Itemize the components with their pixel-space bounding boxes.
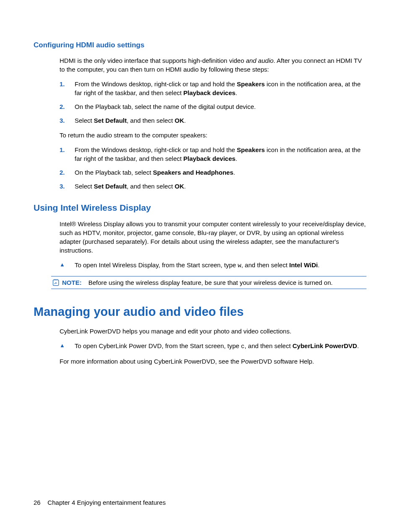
text-bold: Speakers — [237, 146, 265, 153]
list-body: Select Set Default, and then select OK. — [75, 116, 366, 125]
paragraph-powerdvd-outro: For more information about using CyberLi… — [60, 357, 366, 366]
paragraph-hdmi-return: To return the audio stream to the comput… — [60, 131, 366, 139]
text-bold: Playback devices — [183, 155, 235, 162]
text: From the Windows desktop, right-click or… — [75, 80, 237, 88]
text: On the Playback tab, select — [75, 169, 153, 176]
list-item: 3. Select Set Default, and then select O… — [60, 182, 366, 191]
text-bold: Intel WiDi — [289, 261, 318, 269]
note-box: NOTE:Before using the wireless display f… — [51, 276, 366, 289]
text: From the Windows desktop, right-click or… — [75, 146, 237, 153]
list-number: 1. — [60, 145, 75, 163]
list-number: 2. — [60, 168, 75, 177]
text: , and then select — [241, 261, 289, 269]
text: To open CyberLink Power DVD, from the St… — [75, 342, 241, 349]
triangle-bullet-icon: ▲ — [60, 341, 75, 351]
text-bold: Speakers — [237, 80, 265, 88]
text-bold: Playback devices — [183, 89, 235, 96]
chapter-title: Chapter 4 Enjoying entertainment feature… — [47, 499, 166, 506]
list-number: 3. — [60, 116, 75, 125]
text: Select — [75, 183, 94, 190]
list-body: On the Playback tab, select Speakers and… — [75, 168, 366, 177]
list-item: ▲ To open Intel Wireless Display, from t… — [60, 261, 366, 270]
text-bold: Set Default — [94, 117, 127, 124]
text: . — [357, 342, 359, 349]
page-number: 26 — [34, 499, 41, 506]
list-body: Select Set Default, and then select OK. — [75, 182, 366, 191]
bullet-list-powerdvd: ▲ To open CyberLink Power DVD, from the … — [60, 341, 366, 351]
text: , and then select — [244, 342, 292, 349]
note-icon — [51, 278, 61, 287]
list-item: 3. Select Set Default, and then select O… — [60, 116, 366, 125]
note-label: NOTE: — [62, 279, 82, 286]
text: . — [234, 169, 235, 176]
list-number: 2. — [60, 102, 75, 111]
text: HDMI is the only video interface that su… — [60, 57, 246, 64]
list-body: From the Windows desktop, right-click or… — [75, 145, 366, 163]
heading-intel-wireless: Using Intel Wireless Display — [34, 201, 366, 214]
text: . — [236, 89, 237, 96]
text-bold: Set Default — [94, 183, 127, 190]
ordered-list-hdmi-on: 1. From the Windows desktop, right-click… — [60, 80, 366, 125]
text: . — [184, 117, 186, 124]
note-content: NOTE:Before using the wireless display f… — [62, 278, 332, 287]
list-item: 2. On the Playback tab, select the name … — [60, 102, 366, 111]
ordered-list-hdmi-off: 1. From the Windows desktop, right-click… — [60, 145, 366, 191]
note-text: Before using the wireless display featur… — [88, 279, 333, 286]
list-item: ▲ To open CyberLink Power DVD, from the … — [60, 341, 366, 351]
paragraph-powerdvd-intro: CyberLink PowerDVD helps you manage and … — [60, 327, 366, 336]
text: , and then select — [127, 183, 174, 190]
text: Select — [75, 117, 94, 124]
list-item: 1. From the Windows desktop, right-click… — [60, 80, 366, 97]
bullet-list-intel: ▲ To open Intel Wireless Display, from t… — [60, 261, 366, 270]
text-mono: c — [241, 343, 244, 350]
heading-managing-files: Managing your audio and video files — [34, 303, 366, 320]
text-italic: and audio — [246, 57, 273, 64]
page-footer: 26 Chapter 4 Enjoying entertainment feat… — [34, 498, 166, 507]
text: To open Intel Wireless Display, from the… — [75, 261, 238, 269]
list-number: 1. — [60, 80, 75, 97]
heading-configuring-hdmi: Configuring HDMI audio settings — [34, 40, 366, 50]
paragraph-intel-intro: Intel® Wireless Display allows you to tr… — [60, 220, 366, 255]
list-item: 2. On the Playback tab, select Speakers … — [60, 168, 366, 177]
list-body: From the Windows desktop, right-click or… — [75, 80, 366, 97]
list-body: To open CyberLink Power DVD, from the St… — [75, 341, 366, 351]
text: , and then select — [127, 117, 174, 124]
text: . — [318, 261, 319, 269]
text-bold: OK — [174, 117, 184, 124]
text: . — [236, 155, 237, 162]
triangle-bullet-icon: ▲ — [60, 261, 75, 270]
text-bold: OK — [174, 183, 184, 190]
text: . — [184, 183, 186, 190]
list-body: To open Intel Wireless Display, from the… — [75, 261, 366, 270]
list-item: 1. From the Windows desktop, right-click… — [60, 145, 366, 163]
text-bold: Speakers and Headphones — [153, 169, 234, 176]
text-bold: CyberLink PowerDVD — [293, 342, 357, 349]
paragraph-hdmi-intro: HDMI is the only video interface that su… — [60, 56, 366, 74]
list-number: 3. — [60, 182, 75, 191]
list-body: On the Playback tab, select the name of … — [75, 102, 366, 111]
